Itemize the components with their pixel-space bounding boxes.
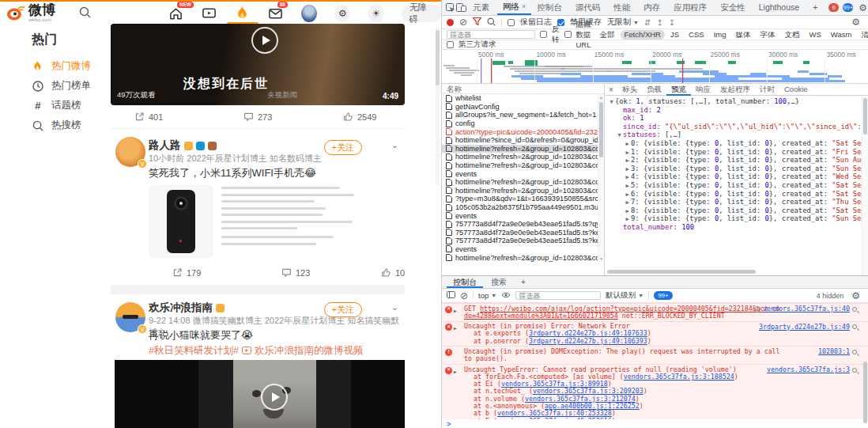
console-prompt[interactable]: > xyxy=(442,419,868,428)
console-settings-gear-icon[interactable]: ⚙ xyxy=(848,290,863,301)
search-similar-icon[interactable] xyxy=(852,350,857,354)
post2-image[interactable] xyxy=(149,185,405,261)
detail-tab[interactable]: 标头 xyxy=(617,84,642,96)
video-nav-icon[interactable] xyxy=(201,5,217,22)
export-har-icon[interactable]: ↧ xyxy=(669,18,675,27)
request-type-filter[interactable]: Wasm xyxy=(827,30,856,40)
hide-data-url-checkbox[interactable] xyxy=(564,31,572,38)
request-type-filter[interactable]: 字体 xyxy=(756,30,779,40)
search-similar-icon[interactable] xyxy=(852,307,857,312)
request-row[interactable]: getNavConfig xyxy=(442,103,598,112)
request-type-filter[interactable]: Img xyxy=(710,30,730,40)
console-scrollbar[interactable] xyxy=(863,362,867,423)
mail-nav-icon[interactable]: 88 xyxy=(268,5,284,22)
request-type-filter[interactable]: WS xyxy=(805,30,825,40)
drawer-tab[interactable]: 搜索 xyxy=(485,276,513,288)
devtools-tab[interactable]: 性能 xyxy=(608,0,638,15)
preserve-log-checkbox[interactable] xyxy=(508,19,515,26)
search-similar-icon[interactable] xyxy=(852,368,857,373)
network-settings-gear-icon[interactable]: ⚙ xyxy=(848,17,863,28)
sidebar-item-hot-lists[interactable]: 热门榜单 xyxy=(32,76,111,96)
detail-tab[interactable]: 计时 xyxy=(755,84,779,96)
devtools-tab[interactable]: 控制台 xyxy=(531,0,570,15)
devtools-tab[interactable]: 源代码 xyxy=(570,0,609,15)
device-toolbar-icon[interactable] xyxy=(456,2,466,14)
page-scrollbar[interactable] xyxy=(436,27,440,185)
console-message[interactable]: ×▶GET https://weibo.com/ajax/log/action?… xyxy=(442,303,868,321)
share-button[interactable]: 179 xyxy=(172,267,201,278)
devtools-settings-gear-icon[interactable]: ⚙ xyxy=(855,2,868,13)
request-row[interactable]: config xyxy=(442,119,598,128)
phone-image[interactable] xyxy=(149,185,213,258)
request-row[interactable]: ?type=m3u8&qdv=1&t=1663939150855&src=020… xyxy=(442,195,598,203)
stack-frame-link[interactable]: app.ae400b00.js:1:226252 xyxy=(545,403,640,410)
expand-arrow-icon[interactable]: ▶ xyxy=(454,367,457,419)
request-row[interactable]: hottimeline?since_id=0&refresh=0&group_i… xyxy=(442,136,598,145)
stack-frame-link[interactable]: 3rdparty.d224e27b.js:49:107633 xyxy=(529,330,647,337)
disable-cache-checkbox[interactable] xyxy=(557,19,564,26)
post3-avatar[interactable]: V xyxy=(115,302,145,332)
filter-funnel-icon[interactable] xyxy=(473,17,481,27)
detail-tab[interactable]: 发起程序 xyxy=(715,84,755,96)
comment-button[interactable]: 123 xyxy=(281,267,310,278)
request-row[interactable]: whitelist xyxy=(442,94,598,103)
request-type-filter[interactable]: Fetch/XHR xyxy=(621,30,665,40)
request-row[interactable]: 105c053b2a2b8375f1b795aa449e9501.m3u8?qd… xyxy=(442,203,598,212)
request-row[interactable]: hottimeline?refresh=2&group_id=102803&co… xyxy=(442,145,598,153)
devtools-tab[interactable]: 应用程序 xyxy=(668,0,715,15)
comment-button[interactable]: 273 xyxy=(243,112,272,122)
console-info-badge[interactable]: 99+ xyxy=(654,291,673,300)
network-overview-timeline[interactable]: 5000 ms10000 ms15000 ms20000 ms25000 ms3… xyxy=(442,50,868,84)
request-row[interactable]: hottimeline?refresh=2&group_id=102803&co… xyxy=(442,187,598,195)
import-har-icon[interactable]: ↥ xyxy=(656,18,662,27)
third-party-checkbox[interactable] xyxy=(447,41,454,48)
message-source-link[interactable]: vendors.365c37fa.js:3 xyxy=(767,366,850,373)
user-avatar[interactable] xyxy=(301,5,317,22)
stack-frame-link[interactable]: vendors.365c37fa.js:3:188524 xyxy=(624,373,734,381)
invert-filter-checkbox[interactable] xyxy=(540,31,547,38)
play-icon[interactable] xyxy=(251,27,278,54)
video-title-link[interactable]: 欢乐冲浪指南的微博视频 xyxy=(255,344,364,357)
request-row[interactable]: 757773a8d4f72a9e0e9eb43eae51fad5.ts?key=… xyxy=(442,237,598,245)
devtools-tab[interactable]: 内存 xyxy=(638,0,668,15)
stack-frame-link[interactable]: vendors.365c37fa.js:3:209203 xyxy=(533,388,643,395)
detail-tab[interactable]: 预览 xyxy=(666,84,691,96)
drawer-tab[interactable]: 控制台 xyxy=(447,276,483,288)
record-network-log-icon[interactable] xyxy=(447,19,454,26)
detail-hscrollbar[interactable] xyxy=(607,270,756,274)
topic-tag-link[interactable]: #秋日笑料研发计划# xyxy=(149,344,239,357)
message-source-link[interactable]: 102803:1 xyxy=(818,348,850,355)
stack-frame-link[interactable]: vendors.365c37fa.js:40:253328 xyxy=(497,410,612,417)
network-filter-input[interactable] xyxy=(447,30,535,39)
post3-username[interactable]: 欢乐冲浪指南 xyxy=(149,301,213,315)
sidebar-item-topics[interactable]: # 话题榜 xyxy=(32,96,111,116)
request-row[interactable]: hottimeline?refresh=2&group_id=102803&co… xyxy=(442,153,598,161)
throttling-dropdown[interactable]: 无限制▼ xyxy=(607,17,639,28)
chevron-down-icon[interactable]: ⌄ xyxy=(391,302,398,312)
post3-topic-link[interactable]: #秋日笑料研发计划# 欢乐冲浪指南的微博视频 xyxy=(149,344,405,357)
like-button[interactable]: 2549 xyxy=(343,112,376,122)
devtools-tab[interactable]: 安全性 xyxy=(715,0,753,15)
expand-arrow-icon[interactable]: ▶ xyxy=(454,324,457,345)
request-name-column-header[interactable]: 名称 xyxy=(442,84,604,94)
sidebar-item-hot-weibo[interactable]: 热门微博 xyxy=(32,56,111,76)
follow-button[interactable]: +关注 xyxy=(324,302,362,317)
weibo-logo[interactable]: 微博 weibo.com xyxy=(6,3,55,22)
chevron-down-icon[interactable]: ⌄ xyxy=(391,140,398,150)
post3-video-player[interactable]: 我只是你妈妈 xyxy=(115,360,405,428)
accessibility-button[interactable]: 无障碍 xyxy=(402,5,441,22)
message-source-link[interactable]: vendors.365c37fa.js:40 xyxy=(763,305,850,312)
console-message[interactable]: ×▶Uncaught (in promise) Error: Network E… xyxy=(442,321,868,347)
post2-avatar[interactable]: V xyxy=(115,137,145,167)
post1-video-player[interactable]: 没想到在后世 49万次观看 央视新闻 4:49 xyxy=(111,24,405,105)
request-list-scrollbar[interactable]: ▲▼ xyxy=(598,94,604,262)
request-type-filter[interactable]: 媒体 xyxy=(731,30,754,40)
sidebar-item-hot-search[interactable]: 热搜榜 xyxy=(32,116,111,135)
detail-tab[interactable]: 负载 xyxy=(642,84,666,96)
devtools-tab[interactable]: 元素 xyxy=(467,0,497,15)
console-context-dropdown[interactable]: top▼ xyxy=(478,291,496,300)
stack-frame-link[interactable]: 3rdparty.d224e27b.js:49:106393 xyxy=(529,338,647,345)
settings-gear-icon[interactable]: ⚙ xyxy=(334,5,350,22)
preview-json-tree[interactable]: ▼{ok: 1, statuses: [,…], total_number: 1… xyxy=(605,96,862,267)
request-row[interactable]: events xyxy=(442,169,598,178)
